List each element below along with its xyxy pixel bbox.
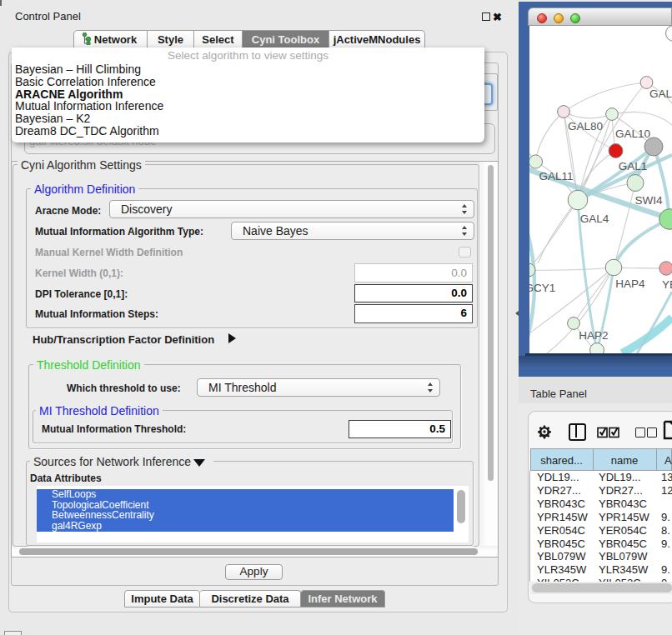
svg-text:YER0: YER0 <box>662 278 672 291</box>
svg-text:GAL80: GAL80 <box>568 120 603 132</box>
svg-text:HAP2: HAP2 <box>579 329 608 342</box>
svg-text:GAL1: GAL1 <box>619 160 648 172</box>
svg-text:GAL10: GAL10 <box>615 128 650 140</box>
svg-text:GAL8: GAL8 <box>649 88 672 100</box>
svg-text:GCY1: GCY1 <box>529 282 555 294</box>
svg-text:GAL4: GAL4 <box>580 212 609 225</box>
svg-text:GAL11: GAL11 <box>539 170 573 182</box>
svg-text:HAP4: HAP4 <box>615 278 645 290</box>
svg-text:SWI4: SWI4 <box>634 194 662 207</box>
